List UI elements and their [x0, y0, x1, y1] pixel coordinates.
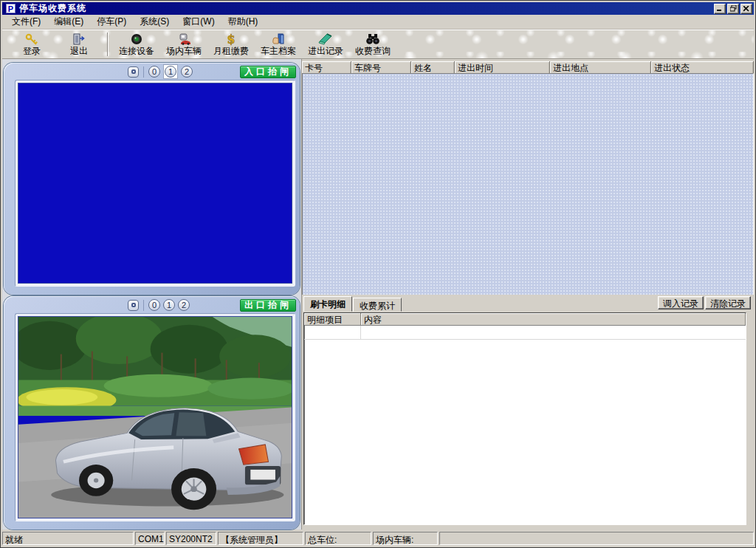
close-button[interactable]	[740, 4, 752, 14]
entry-camera-1-button[interactable]: 1	[165, 66, 176, 78]
load-records-button[interactable]: 调入记录	[658, 296, 704, 309]
col-name[interactable]: 姓名	[411, 61, 455, 73]
col-plate-number[interactable]: 车牌号	[351, 61, 411, 73]
key-icon	[25, 32, 38, 46]
detail-table: 明细项目 内容	[303, 312, 746, 525]
logout-button[interactable]: 退出	[55, 30, 103, 58]
entry-camera-panel: 0 1 2 入口抬闸	[4, 63, 300, 295]
col-inout-status[interactable]: 进出状态	[651, 61, 754, 73]
tab-swipe-detail[interactable]: 刷卡明细	[303, 296, 352, 312]
attendant-car-icon	[176, 32, 191, 46]
exit-panel-header: 0 1 2 出口抬闸	[4, 298, 300, 312]
fee-query-button[interactable]: 收费查询	[349, 30, 396, 58]
restore-icon	[730, 5, 737, 12]
inout-records-button[interactable]: 进出记录	[302, 30, 349, 58]
menu-edit[interactable]: 编辑(E)	[47, 14, 90, 30]
status-device-model: SY200NT2	[166, 532, 216, 545]
col-detail-content[interactable]: 内容	[361, 313, 746, 325]
entry-gate-open-button[interactable]: 入口抬闸	[240, 66, 296, 78]
menu-system[interactable]: 系统(S)	[133, 14, 176, 30]
detail-buttons: 调入记录 清除记录	[658, 296, 751, 309]
exit-door-icon	[72, 32, 86, 46]
connect-device-label: 连接设备	[119, 47, 154, 56]
status-ready: 就绪	[2, 532, 134, 545]
clear-records-button[interactable]: 清除记录	[705, 296, 751, 309]
detail-section: 刷卡明细 收费累计 调入记录 清除记录 明细项目 内容	[302, 295, 754, 530]
lot-vehicles-label: 场内车辆	[166, 47, 202, 56]
login-button[interactable]: 登录	[8, 30, 55, 58]
owner-files-label: 车主档案	[261, 47, 296, 56]
close-icon	[743, 6, 749, 12]
status-lot-vehicles: 场内车辆:	[373, 532, 438, 545]
dollar-icon: $	[226, 32, 236, 46]
title-bar[interactable]: P 停车场收费系统	[2, 2, 754, 15]
exit-stop-button[interactable]	[128, 300, 139, 311]
entry-stop-button[interactable]	[128, 66, 139, 78]
exit-video-frame	[15, 313, 295, 521]
status-operator: 【系统管理员】	[218, 532, 303, 545]
svg-text:$: $	[227, 33, 235, 46]
entry-video-frame	[15, 80, 295, 287]
exit-camera-2-button[interactable]: 2	[178, 299, 190, 311]
detail-tabbar: 刷卡明细 收费累计	[303, 296, 658, 312]
app-window: P 停车场收费系统 文件(F) 编辑(E) 停车(P) 系统(S) 窗口(W) …	[0, 0, 756, 548]
entry-panel-header: 0 1 2 入口抬闸	[4, 64, 300, 79]
records-table-header: 卡号 车牌号 姓名 进出时间 进出地点 进出状态	[302, 61, 754, 73]
entry-video-feed	[18, 83, 292, 284]
brush-record-icon	[318, 32, 333, 46]
entry-camera-0-button[interactable]: 0	[148, 66, 160, 78]
entry-camera-1-selected: 1	[163, 64, 178, 79]
monthly-fee-label: 月租缴费	[213, 47, 249, 56]
detail-table-header: 明细项目 内容	[304, 313, 746, 326]
menu-parking[interactable]: 停车(P)	[90, 14, 133, 30]
minimize-button[interactable]	[714, 4, 726, 14]
menu-bar: 文件(F) 编辑(E) 停车(P) 系统(S) 窗口(W) 帮助(H)	[2, 15, 754, 30]
records-table-body	[302, 73, 754, 295]
detail-row-cell	[304, 326, 361, 339]
records-column: 卡号 车牌号 姓名 进出时间 进出地点 进出状态 刷卡明细 收费累计 调入记录 …	[301, 59, 754, 530]
toolbar-separator	[107, 32, 109, 56]
minimize-icon	[717, 6, 723, 11]
stop-square-icon	[131, 69, 136, 74]
menu-window[interactable]: 窗口(W)	[176, 14, 221, 30]
owner-files-icon	[272, 32, 285, 46]
status-bar: 就绪 COM1 SY200NT2 【系统管理员】 总车位: 场内车辆:	[2, 530, 754, 546]
col-detail-item[interactable]: 明细项目	[304, 313, 361, 325]
owner-files-button[interactable]: 车主档案	[255, 30, 302, 58]
logout-label: 退出	[70, 47, 88, 56]
camera-button-separator	[143, 300, 144, 311]
app-icon: P	[6, 4, 16, 13]
camera-column: 0 1 2 入口抬闸	[2, 59, 301, 530]
exit-camera-1-button[interactable]: 1	[163, 299, 175, 311]
tab-fee-total[interactable]: 收费累计	[353, 298, 402, 312]
fee-query-label: 收费查询	[355, 47, 391, 56]
toolbar: 登录 退出 连接设备 场内车辆 $ 月租缴费	[2, 30, 754, 59]
camera-button-separator	[143, 66, 144, 78]
exit-video-feed	[18, 316, 292, 518]
binoculars-icon	[365, 32, 380, 46]
monthly-fee-button[interactable]: $ 月租缴费	[207, 30, 255, 58]
window-title: 停车场收费系统	[19, 2, 712, 15]
camera-lens-icon	[130, 32, 143, 46]
connect-device-button[interactable]: 连接设备	[113, 30, 160, 58]
exit-camera-0-button[interactable]: 0	[148, 299, 160, 311]
status-spare	[439, 532, 754, 545]
menu-help[interactable]: 帮助(H)	[221, 14, 265, 30]
status-com-port: COM1	[135, 532, 165, 545]
lot-vehicles-button[interactable]: 场内车辆	[160, 30, 207, 58]
exit-camera-panel: 0 1 2 出口抬闸	[4, 296, 300, 530]
main-area: 0 1 2 入口抬闸	[2, 59, 754, 530]
menu-file[interactable]: 文件(F)	[5, 14, 47, 30]
status-total-spaces: 总车位:	[305, 532, 371, 545]
col-inout-time[interactable]: 进出时间	[455, 61, 550, 73]
stop-square-icon	[131, 303, 136, 307]
login-label: 登录	[23, 47, 41, 56]
col-inout-place[interactable]: 进出地点	[550, 61, 651, 73]
exit-gate-open-button[interactable]: 出口抬闸	[240, 299, 296, 312]
car-photo	[18, 317, 292, 518]
detail-empty-row	[304, 326, 746, 340]
col-card-number[interactable]: 卡号	[302, 61, 351, 73]
restore-button[interactable]	[727, 4, 739, 14]
inout-records-label: 进出记录	[308, 47, 343, 56]
entry-camera-2-button[interactable]: 2	[181, 66, 193, 78]
